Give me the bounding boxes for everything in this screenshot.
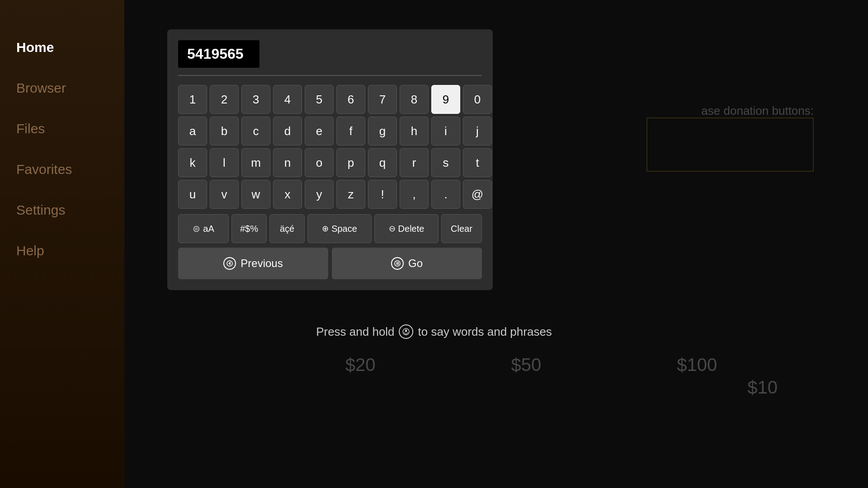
key-o[interactable]: o (305, 148, 334, 177)
key-7[interactable]: 7 (368, 85, 397, 114)
key-s[interactable]: s (431, 148, 460, 177)
svg-rect-6 (406, 329, 407, 332)
key-1[interactable]: 1 (178, 85, 207, 114)
number-row: 1 2 3 4 5 6 7 8 9 0 (178, 85, 482, 114)
svg-rect-4 (398, 262, 399, 265)
key-g[interactable]: g (368, 117, 397, 145)
key-3[interactable]: 3 (241, 85, 270, 114)
key-2[interactable]: 2 (210, 85, 239, 114)
key-period[interactable]: . (431, 180, 460, 209)
row-kt: k l m n o p q r s t (178, 148, 482, 177)
key-d[interactable]: d (273, 117, 302, 145)
key-n[interactable]: n (273, 148, 302, 177)
svg-rect-3 (396, 262, 397, 265)
key-case-toggle[interactable]: ⊜ aA (178, 214, 229, 243)
press-hold-hint: Press and hold to say words and phrases (316, 324, 552, 339)
sidebar-item-browser[interactable]: Browser (0, 68, 124, 108)
sidebar-item-files[interactable]: Files (0, 108, 124, 149)
key-i[interactable]: i (431, 117, 460, 145)
nav-buttons: Previous Go (178, 248, 482, 279)
key-l[interactable]: l (210, 148, 239, 177)
key-t[interactable]: t (463, 148, 492, 177)
row-aj: a b c d e f g h i j (178, 117, 482, 145)
key-w[interactable]: w (241, 180, 270, 209)
key-5[interactable]: 5 (305, 85, 334, 114)
key-j[interactable]: j (463, 117, 492, 145)
key-p[interactable]: p (336, 148, 365, 177)
mic-circle-icon (399, 324, 414, 339)
key-8[interactable]: 8 (400, 85, 429, 114)
key-4[interactable]: 4 (273, 85, 302, 114)
svg-marker-1 (228, 262, 231, 265)
key-9[interactable]: 9 (431, 85, 460, 114)
key-clear[interactable]: Clear (441, 214, 482, 243)
key-r[interactable]: r (400, 148, 429, 177)
key-a[interactable]: a (178, 117, 207, 145)
key-k[interactable]: k (178, 148, 207, 177)
go-button[interactable]: Go (332, 248, 482, 279)
keyboard-dialog: 5419565 1 2 3 4 5 6 7 8 9 0 a b c d e f … (167, 29, 493, 290)
sidebar-item-help[interactable]: Help (0, 230, 124, 271)
key-e[interactable]: e (305, 117, 334, 145)
go-icon (391, 257, 404, 270)
sidebar-item-home[interactable]: Home (0, 27, 124, 68)
input-display: 5419565 (178, 40, 259, 68)
key-b[interactable]: b (210, 117, 239, 145)
key-exclaim[interactable]: ! (368, 180, 397, 209)
key-m[interactable]: m (241, 148, 270, 177)
previous-button[interactable]: Previous (178, 248, 328, 279)
key-x[interactable]: x (273, 180, 302, 209)
key-v[interactable]: v (210, 180, 239, 209)
input-divider (178, 75, 482, 76)
key-comma[interactable]: , (400, 180, 429, 209)
key-f[interactable]: f (336, 117, 365, 145)
key-z[interactable]: z (336, 180, 365, 209)
key-delete[interactable]: ⊖ Delete (374, 214, 439, 243)
key-6[interactable]: 6 (336, 85, 365, 114)
sidebar-item-favorites[interactable]: Favorites (0, 149, 124, 190)
key-c[interactable]: c (241, 117, 270, 145)
key-h[interactable]: h (400, 117, 429, 145)
sidebar: Home Browser Files Favorites Settings He… (0, 0, 124, 488)
key-space[interactable]: ⊕ Space (307, 214, 372, 243)
key-y[interactable]: y (305, 180, 334, 209)
key-rows: 1 2 3 4 5 6 7 8 9 0 a b c d e f g h i j … (178, 85, 482, 243)
special-row: ⊜ aA #$% äçé ⊕ Space ⊖ Delete Clear (178, 214, 482, 243)
sidebar-item-settings[interactable]: Settings (0, 190, 124, 230)
key-at[interactable]: @ (463, 180, 492, 209)
previous-icon (223, 257, 236, 270)
key-0[interactable]: 0 (463, 85, 492, 114)
key-u[interactable]: u (178, 180, 207, 209)
key-q[interactable]: q (368, 148, 397, 177)
key-symbols[interactable]: #$% (231, 214, 267, 243)
row-uz: u v w x y z ! , . @ (178, 180, 482, 209)
key-accent[interactable]: äçé (269, 214, 305, 243)
